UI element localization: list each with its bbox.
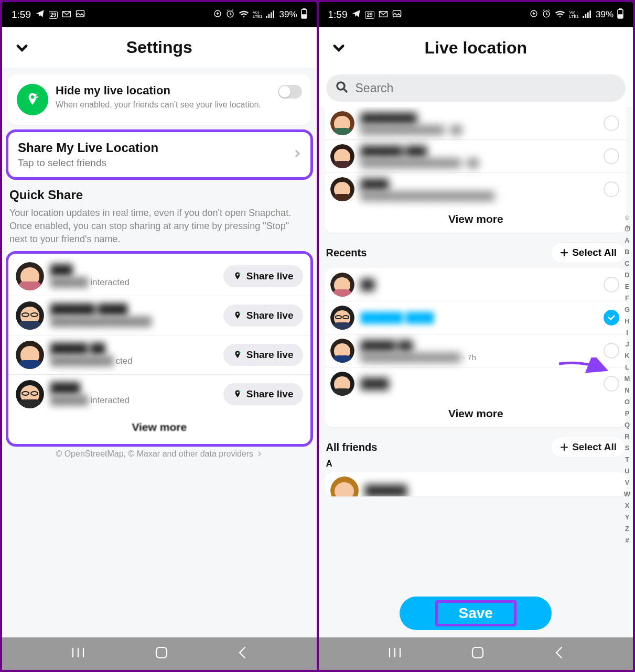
alpha-letter[interactable]: T: [622, 454, 632, 465]
alpha-letter[interactable]: Z: [622, 523, 632, 535]
chevron-right-icon: [293, 149, 302, 160]
friend-row[interactable]: ██████ ████: [325, 301, 627, 334]
ghost-location-icon: [17, 84, 48, 115]
alpha-letter[interactable]: R: [622, 431, 632, 442]
friend-subtitle: ████████████████████████ ..: [361, 191, 598, 200]
alpha-letter[interactable]: S: [622, 442, 632, 454]
select-radio[interactable]: [604, 310, 619, 326]
friend-row[interactable]: ████████ ███████████████ · ██: [325, 107, 627, 139]
alpha-letter[interactable]: B: [622, 246, 632, 258]
share-live-button[interactable]: Share live: [223, 344, 303, 366]
select-radio[interactable]: [604, 115, 619, 131]
hide-live-location-card: Hide my live location When enabled, your…: [8, 74, 310, 125]
svg-rect-19: [583, 16, 584, 18]
share-live-button[interactable]: Share live: [223, 383, 303, 405]
alpha-letter[interactable]: M: [622, 373, 632, 385]
alpha-letter[interactable]: ⏱: [622, 223, 632, 235]
alpha-letter[interactable]: P: [622, 408, 632, 419]
download-icon: [530, 9, 538, 20]
view-more-button[interactable]: View more: [325, 400, 627, 427]
alpha-letter[interactable]: Y: [622, 512, 632, 523]
hide-title: Hide my live location: [56, 84, 271, 97]
select-radio[interactable]: [604, 148, 619, 164]
alpha-letter[interactable]: W: [622, 489, 632, 500]
back-button[interactable]: [554, 646, 564, 662]
alpha-letter[interactable]: I: [622, 327, 632, 339]
friend-name: ████: [361, 378, 598, 389]
recents-button[interactable]: [71, 647, 85, 660]
avatar: [16, 341, 44, 369]
phone-settings: 1:59 29 Vo)LTE1: [2, 2, 317, 670]
map-credit: © OpenStreetMap, © Maxar and other data …: [8, 444, 310, 467]
wifi-icon: [239, 9, 249, 20]
signal-icon: [583, 9, 592, 20]
calendar-icon: 29: [49, 11, 58, 19]
alpha-letter[interactable]: X: [622, 500, 632, 512]
alpha-letter[interactable]: L: [622, 362, 632, 373]
save-button[interactable]: Save: [400, 597, 552, 630]
avatar: [330, 144, 354, 168]
svg-rect-4: [268, 14, 270, 18]
alpha-letter[interactable]: F: [622, 292, 632, 304]
recents-button[interactable]: [388, 647, 402, 660]
alpha-letter[interactable]: U: [622, 465, 632, 477]
select-radio[interactable]: [604, 343, 619, 359]
select-all-button-2[interactable]: Select All: [551, 437, 626, 458]
svg-rect-21: [587, 12, 589, 18]
avatar: [330, 177, 354, 201]
friend-name: █████ ██: [361, 340, 598, 352]
download-icon: [213, 9, 222, 20]
alpha-letter[interactable]: J: [622, 339, 632, 350]
alpha-index[interactable]: ☺⏱ABCDEFGHIJKLMNOPQRSTUVWXYZ#: [622, 212, 632, 546]
alpha-letter[interactable]: C: [622, 258, 632, 269]
svg-point-12: [236, 313, 238, 315]
alpha-letter[interactable]: Q: [622, 419, 632, 431]
back-button[interactable]: [238, 646, 247, 662]
friend-row[interactable]: ██████: [325, 472, 627, 496]
live-location-header: Live location: [319, 27, 633, 68]
share-live-button[interactable]: Share live: [223, 265, 303, 287]
alpha-letter[interactable]: H: [622, 316, 632, 327]
view-more-button[interactable]: View more: [8, 414, 310, 441]
friend-row[interactable]: ████ ████████████████████████ ..: [325, 172, 627, 205]
alpha-letter[interactable]: #: [622, 535, 632, 546]
friend-row[interactable]: ██████ ███ ██████████████████ · ██: [325, 139, 627, 172]
avatar: [16, 380, 44, 408]
settings-content: Hide my live location When enabled, your…: [2, 68, 317, 637]
dismiss-chevron[interactable]: [328, 37, 349, 58]
svg-rect-6: [273, 10, 275, 18]
svg-rect-8: [303, 8, 305, 9]
select-radio[interactable]: [604, 181, 619, 197]
android-status-bar: 1:59 29 Vo)LTE1 39%: [319, 2, 633, 27]
search-input[interactable]: [354, 81, 617, 96]
share-live-button[interactable]: Share live: [223, 305, 303, 327]
battery-icon: [617, 8, 623, 21]
home-button[interactable]: [471, 646, 485, 662]
android-nav-bar: [319, 637, 633, 670]
select-all-button[interactable]: Select All: [551, 242, 626, 263]
alpha-letter[interactable]: G: [622, 304, 632, 316]
select-radio[interactable]: [604, 277, 619, 292]
svg-point-14: [236, 392, 238, 393]
avatar: [330, 339, 354, 363]
home-button[interactable]: [155, 646, 168, 662]
alpha-letter[interactable]: O: [622, 396, 632, 408]
friend-name: ██████ ████: [361, 312, 598, 323]
alpha-letter[interactable]: V: [622, 477, 632, 489]
hide-toggle[interactable]: [278, 85, 302, 99]
view-more-button[interactable]: View more: [325, 205, 627, 233]
search-field[interactable]: [326, 74, 626, 102]
alpha-letter[interactable]: K: [622, 350, 632, 362]
quick-share-subtitle: Your location updates in real time, even…: [9, 207, 309, 246]
share-my-live-location-row[interactable]: Share My Live Location Tap to select fri…: [8, 132, 310, 177]
alpha-letter[interactable]: E: [622, 281, 632, 292]
friend-row[interactable]: ██: [325, 268, 627, 301]
dismiss-chevron[interactable]: [12, 37, 33, 58]
gmail-icon: [62, 9, 71, 20]
alpha-letter[interactable]: ☺: [622, 212, 632, 223]
status-time: 1:59: [328, 9, 348, 20]
alpha-letter[interactable]: N: [622, 385, 632, 396]
live-location-content: ████████ ███████████████ · ██ ██████ ███…: [319, 107, 633, 637]
alpha-letter[interactable]: A: [622, 235, 632, 246]
alpha-letter[interactable]: D: [622, 269, 632, 281]
